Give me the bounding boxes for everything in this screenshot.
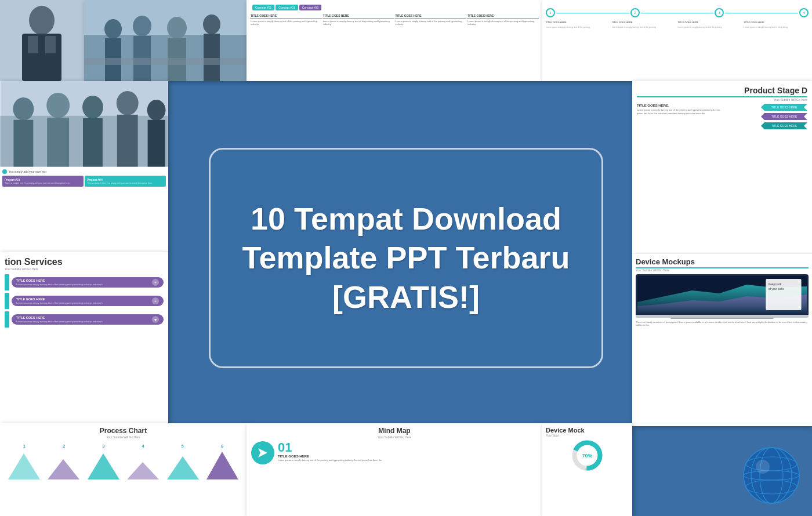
step-label-3: TITLE GOES HERE [678, 21, 743, 24]
center-title-text: 10 Tempat Download Template PPT Terbaru … [219, 188, 593, 329]
svg-rect-19 [13, 120, 33, 167]
svg-marker-34 [48, 459, 79, 479]
svg-marker-38 [206, 452, 238, 479]
svg-point-13 [203, 14, 220, 34]
dev-subtitle: Your Subtitle Will Go Here [636, 268, 809, 272]
svg-text:Keep track: Keep track [768, 282, 782, 285]
tri-3 [88, 450, 119, 482]
mm-text-area: 01 TITLE GOES HERE Lorem ipsum is simply… [278, 441, 382, 462]
steps-content: 1 2 3 4 TITLE GOES HERE TITLE GOES HERE … [542, 0, 812, 81]
proc-num-6: 6 [221, 444, 223, 449]
proj-left-text: You simply add your own text [9, 170, 166, 173]
services-content: tion Services Your Subtitle Will Go Here… [0, 252, 168, 423]
slide-thumb-services: tion Services Your Subtitle Will Go Here… [0, 252, 168, 423]
svg-rect-27 [148, 120, 165, 167]
step-dot-2: 2 [630, 8, 640, 17]
proc-main-title: Process Chart [5, 427, 242, 435]
concept-cell-2: Lorem ipsum is simply dummy text of the … [322, 19, 394, 26]
svg-rect-4 [45, 36, 56, 53]
svg-rect-21 [47, 118, 69, 167]
svc-pill-desc-3: Lorem ipsum is simply dummy text of the … [16, 320, 103, 323]
service-item-3: TITLE GOES HERE Lorem ipsum is simply du… [5, 311, 164, 328]
step-label-1: TITLE GOES HERE [546, 21, 611, 24]
slide-thumb-person [0, 0, 84, 81]
center-overlay-card: 10 Tempat Download Template PPT Terbaru … [209, 148, 603, 368]
globe-icon [742, 446, 800, 504]
svg-point-11 [167, 17, 187, 39]
ps-arrow-1: TITLE GOES HERE [761, 104, 807, 111]
svg-point-26 [147, 100, 166, 121]
proj-text-2: This is a sample text. You simply add yo… [87, 182, 164, 184]
svg-point-20 [46, 93, 70, 118]
svg-marker-33 [8, 453, 40, 479]
svc-icon-2: + [152, 297, 159, 304]
svc-pill-content-2: TITLE GOES HERE Lorem ipsum is simply du… [16, 297, 103, 304]
person-photo [0, 0, 84, 81]
step-line-2 [641, 13, 714, 13]
ps-main-subtitle: Your Subtitle Will Go Here [637, 98, 807, 101]
laptop-base [636, 315, 809, 318]
proj-num-1: Project #03 [5, 178, 81, 181]
proj-dot [2, 169, 7, 174]
tri-6 [206, 450, 238, 482]
dm-main-title: Device Mock [546, 427, 629, 434]
svg-rect-15 [84, 58, 246, 65]
svc-pill-title-1: TITLE GOES HERE [16, 279, 103, 282]
proj-text-1: This is a sample text. You simply add yo… [5, 182, 81, 184]
ps-arrow-2: TITLE GOES HERE [761, 113, 807, 120]
concept-tag-2: Concept #01 [276, 5, 298, 10]
slide-thumb-concepts: Concept #01 Concept #01 Concept #03 TITL… [246, 0, 542, 81]
device-mock-content: Device Mock Your Subt 70% [542, 423, 632, 516]
proj-num-2: Project #04 [87, 178, 164, 181]
step-text-4: Lorem ipsum is simply dummy text of the … [744, 26, 809, 28]
concept-col-4: TITLE GOES HERE [467, 13, 539, 19]
meeting-photo [84, 0, 246, 81]
ps-title-area: Product Stage D Your Subtitle Will Go He… [637, 86, 807, 101]
svg-rect-3 [28, 36, 38, 53]
proc-num-5: 5 [181, 444, 183, 449]
svg-point-22 [82, 96, 103, 119]
concept-content: Concept #01 Concept #01 Concept #03 TITL… [246, 0, 542, 81]
laptop-foot [670, 318, 774, 319]
team-photo-area [0, 81, 168, 167]
step-text-1: Lorem ipsum is simply dummy text of the … [546, 26, 611, 28]
slide-thumb-mindmap: Mind Map Your Subtitle Will Go Here 01 T… [246, 423, 542, 516]
svc-pill-desc-1: Lorem ipsum is simply dummy text of the … [16, 283, 103, 286]
svg-point-18 [13, 97, 34, 121]
mm-content-area: 01 TITLE GOES HERE Lorem ipsum is simply… [251, 441, 538, 464]
svc-icon-3: ♥ [152, 316, 159, 323]
svg-rect-25 [117, 115, 138, 167]
slide-thumb-device-mock-br: Device Mock Your Subt 70% [542, 423, 632, 516]
step-dot-1: 1 [546, 8, 555, 17]
ps-body-title: TITLE GOES HERE. [637, 104, 721, 107]
proc-num-4: 4 [142, 444, 144, 449]
step-dot-4: 4 [799, 8, 809, 17]
step-text-3: Lorem ipsum is simply dummy text of the … [678, 26, 743, 28]
dev-title: Device Mockups [636, 257, 809, 268]
svc-main-subtitle: Your Subtitle Will Go Here [5, 267, 164, 271]
tri-1 [8, 450, 40, 482]
svg-marker-39 [258, 448, 267, 457]
svc-pill-3: TITLE GOES HERE Lorem ipsum is simply du… [12, 314, 164, 325]
svc-bar-2 [5, 293, 9, 309]
concept-cell-1: Lorem ipsum is simply dummy text of the … [250, 19, 322, 26]
proj-card-purple: Project #03 This is a sample text. You s… [2, 176, 84, 187]
svg-point-1 [29, 6, 55, 35]
svg-point-9 [133, 16, 151, 37]
svg-marker-36 [127, 462, 159, 479]
slide-thumb-product-device: Product Stage D Your Subtitle Will Go He… [632, 81, 812, 426]
product-stage-slide: Product Stage D Your Subtitle Will Go He… [632, 81, 812, 254]
dm-main-subtitle: Your Subt [546, 434, 629, 437]
dm-donut-chart: 70% [571, 439, 603, 471]
svg-marker-35 [88, 453, 119, 479]
svc-main-title: tion Services [5, 257, 164, 267]
svc-pill-content-3: TITLE GOES HERE Lorem ipsum is simply du… [16, 316, 103, 323]
step-label-4: TITLE GOES HERE [744, 21, 809, 24]
svc-bar-1 [5, 274, 9, 290]
dev-footer-text: There are many variations of passages of… [636, 321, 809, 327]
tri-5 [167, 450, 199, 482]
concept-tag-1: Concept #01 [252, 5, 274, 10]
proj-card-teal: Project #04 This is a sample text. You s… [85, 176, 166, 187]
service-item-2: TITLE GOES HERE Lorem ipsum is simply du… [5, 293, 164, 309]
mm-item-title: TITLE GOES HERE [278, 455, 382, 458]
